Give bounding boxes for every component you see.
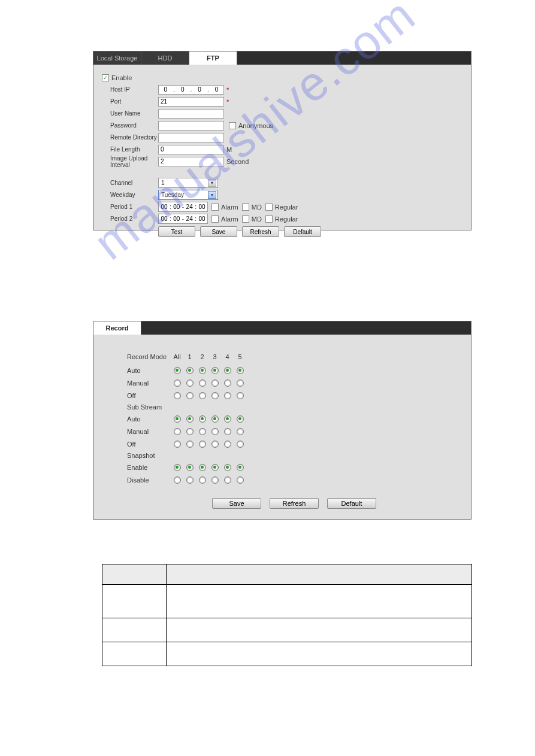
snapshot-radio[interactable] [211,464,219,471]
remote-dir-input[interactable] [158,133,224,142]
sub-stream-radio[interactable] [186,441,194,448]
record-mode-radio[interactable] [174,379,181,387]
sub-stream-radio[interactable] [237,415,244,423]
record-default-button[interactable]: Default [327,498,376,509]
record-save-button[interactable]: Save [212,498,261,509]
channel-select[interactable]: 1 ▼ [158,178,218,188]
snapshot-radio[interactable] [237,476,244,484]
sub-stream-radio[interactable] [199,428,206,435]
enable-label: Enable [111,74,132,81]
p2-m1[interactable] [173,215,181,222]
p2-h1[interactable] [160,215,168,222]
record-mode-radio[interactable] [237,392,244,399]
sub-stream-radio[interactable] [174,415,181,423]
p2-h2[interactable] [185,215,194,222]
sub-stream-radio[interactable] [211,441,219,448]
table-cell [102,585,167,618]
sub-stream-radio[interactable] [224,441,231,448]
record-mode-radio[interactable] [224,392,231,399]
record-mode-radio[interactable] [224,367,231,374]
sub-stream-radio[interactable] [199,415,206,423]
tab-record[interactable]: Record [93,321,141,335]
record-mode-radio[interactable] [211,379,219,387]
p1-h1[interactable] [160,204,168,210]
save-button[interactable]: Save [200,226,237,237]
tab-ftp[interactable]: FTP [189,51,237,65]
p1-h2[interactable] [185,204,194,210]
default-button[interactable]: Default [284,226,321,237]
anonymous-checkbox[interactable] [229,122,236,129]
record-mode-radio[interactable] [174,392,181,399]
ip-seg-2[interactable] [194,86,205,93]
record-mode-radio[interactable] [211,367,219,374]
record-mode-radio[interactable] [224,379,231,387]
sub-stream-radio[interactable] [224,415,231,423]
p2-md-checkbox[interactable] [242,215,249,223]
password-input[interactable] [158,121,224,130]
snapshot-radio[interactable] [237,464,244,471]
p2-alarm-checkbox[interactable] [211,215,219,223]
p1-m1[interactable] [173,204,181,210]
sub-stream-radio[interactable] [211,428,219,435]
sub-stream-radio[interactable] [186,415,194,423]
sub-stream-radio[interactable] [237,441,244,448]
record-mode-radio[interactable] [237,367,244,374]
period2-input[interactable]: : - : [158,214,208,224]
sub-stream-radio[interactable] [199,441,206,448]
record-mode-radio[interactable] [186,392,194,399]
sub-stream-radio[interactable] [224,428,231,435]
sub-stream-row-label: Off [127,441,171,448]
enable-checkbox[interactable] [102,74,109,81]
snapshot-radio[interactable] [199,476,206,484]
ip-seg-0[interactable] [159,86,171,93]
record-mode-radio[interactable] [199,379,206,387]
record-mode-radio[interactable] [186,379,194,387]
tab-local-storage[interactable]: Local Storage [93,51,141,65]
sub-stream-radio[interactable] [211,415,219,423]
required-icon: * [226,98,229,105]
p1-alarm-checkbox[interactable] [211,204,219,211]
snapshot-radio[interactable] [174,476,181,484]
snapshot-radio[interactable] [174,464,181,471]
p2-m2[interactable] [198,215,206,222]
snapshot-radio[interactable] [186,464,194,471]
upload-interval-input[interactable] [158,157,224,166]
refresh-button[interactable]: Refresh [242,226,279,237]
record-mode-radio[interactable] [237,379,244,387]
host-ip-input[interactable]: . . . [158,85,224,95]
snapshot-radio[interactable] [186,476,194,484]
sub-stream-radio[interactable] [174,428,181,435]
record-mode-radio[interactable] [186,367,194,374]
weekday-value: Tuesday [161,192,184,198]
snapshot-radio[interactable] [211,476,219,484]
table-cell [167,618,472,642]
snapshot-row-label: Enable [127,464,171,471]
p2-regular-checkbox[interactable] [265,215,273,223]
port-input[interactable] [158,97,224,107]
tab-hdd[interactable]: HDD [141,51,189,65]
record-mode-radio[interactable] [211,392,219,399]
sub-stream-radio[interactable] [237,428,244,435]
ip-seg-3[interactable] [211,86,223,93]
ip-seg-1[interactable] [177,86,189,93]
record-mode-radio[interactable] [199,392,206,399]
username-input[interactable] [158,109,224,119]
p1-m2[interactable] [198,204,206,210]
record-mode-label: Record Mode [127,353,171,360]
period1-input[interactable]: : - : [158,202,208,212]
weekday-select[interactable]: Tuesday ▼ [158,190,218,200]
file-length-input[interactable] [158,145,224,154]
record-refresh-button[interactable]: Refresh [270,498,319,509]
snapshot-radio[interactable] [224,464,231,471]
sub-stream-radio[interactable] [174,441,181,448]
anonymous-label: Anonymous [238,122,273,129]
p1-regular-checkbox[interactable] [265,204,273,211]
sub-stream-radio[interactable] [186,428,194,435]
snapshot-radio[interactable] [224,476,231,484]
p1-md-checkbox[interactable] [242,204,249,211]
p1-md-label: MD [252,204,262,211]
record-mode-radio[interactable] [199,367,206,374]
snapshot-radio[interactable] [199,464,206,471]
test-button[interactable]: Test [158,226,195,237]
record-mode-radio[interactable] [174,367,181,374]
